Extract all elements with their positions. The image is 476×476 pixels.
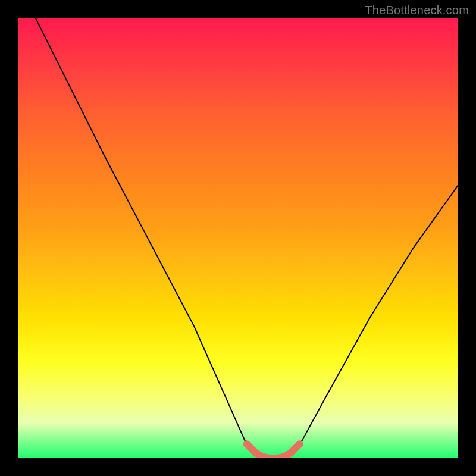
chart-frame: TheBottleneck.com [0, 0, 476, 476]
bottleneck-curve [36, 18, 458, 458]
plot-area [18, 18, 458, 458]
curve-layer [36, 18, 458, 458]
chart-svg [18, 18, 458, 458]
watermark-text: TheBottleneck.com [365, 4, 469, 17]
optimal-band [247, 444, 300, 458]
